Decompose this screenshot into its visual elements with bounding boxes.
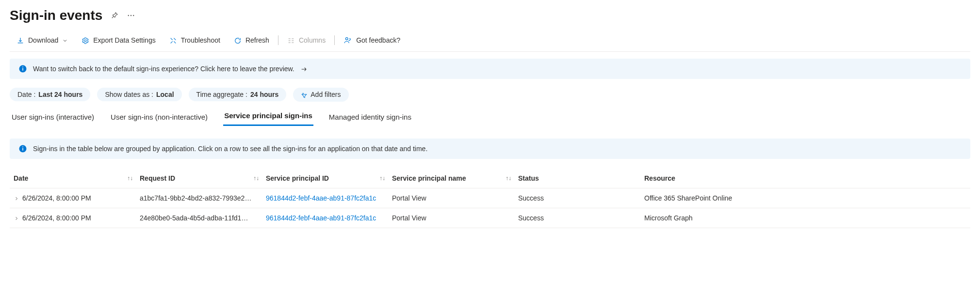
cell-resource: Office 365 SharePoint Online xyxy=(644,194,790,202)
grouping-banner: Sign-ins in the table below are grouped … xyxy=(10,139,970,159)
svg-point-1 xyxy=(131,15,131,16)
download-icon xyxy=(16,36,24,45)
col-status-label: Status xyxy=(518,174,539,182)
filter-timeagg-label: Time aggregate : xyxy=(196,91,247,98)
add-filters-button[interactable]: Add filters xyxy=(293,88,348,101)
feedback-button[interactable]: Got feedback? xyxy=(337,34,407,46)
tab-service-principal[interactable]: Service principal sign-ins xyxy=(223,108,313,126)
troubleshoot-label: Troubleshoot xyxy=(181,36,220,44)
grouping-banner-text: Sign-ins in the table below are grouped … xyxy=(33,145,427,153)
col-status[interactable]: Status xyxy=(518,174,644,182)
svg-rect-6 xyxy=(22,68,23,71)
svg-rect-10 xyxy=(22,146,23,147)
feedback-icon xyxy=(343,36,352,45)
table-row[interactable]: 6/26/2024, 8:00:00 PM a1bc7fa1-9bb2-4bd2… xyxy=(10,188,970,208)
cell-sp-id[interactable]: 961844d2-febf-4aae-ab91-87fc2fa1c xyxy=(266,214,392,222)
columns-label: Columns xyxy=(299,36,326,44)
download-label: Download xyxy=(28,36,58,44)
cell-status: Success xyxy=(518,214,644,222)
cell-date: 6/26/2024, 8:00:00 PM xyxy=(22,194,91,202)
svg-point-2 xyxy=(133,15,134,16)
table-header: Date ↑↓ Request ID ↑↓ Service principal … xyxy=(10,170,970,188)
feedback-label: Got feedback? xyxy=(356,36,400,44)
cell-sp-name: Portal View xyxy=(392,214,518,222)
tabs: User sign-ins (interactive) User sign-in… xyxy=(10,108,970,126)
info-icon xyxy=(18,64,27,73)
cell-status: Success xyxy=(518,194,644,202)
columns-button: Columns xyxy=(280,34,332,46)
table-row[interactable]: 6/26/2024, 8:00:00 PM 24e80be0-5ada-4b5d… xyxy=(10,208,970,228)
cell-date: 6/26/2024, 8:00:00 PM xyxy=(22,214,91,222)
col-request-id[interactable]: Request ID ↑↓ xyxy=(140,174,266,182)
filter-dates-as-value: Local xyxy=(156,91,174,98)
info-icon xyxy=(18,144,27,153)
tab-user-interactive[interactable]: User sign-ins (interactive) xyxy=(11,110,95,126)
filter-icon xyxy=(301,91,308,98)
filter-date-value: Last 24 hours xyxy=(38,91,82,98)
sort-icon: ↑↓ xyxy=(379,175,385,182)
filter-date-label: Date : xyxy=(17,91,35,98)
col-date-label: Date xyxy=(14,174,28,182)
sort-icon: ↑↓ xyxy=(506,175,511,182)
add-filters-label: Add filters xyxy=(310,91,341,98)
svg-rect-9 xyxy=(22,148,23,150)
filter-date[interactable]: Date : Last 24 hours xyxy=(10,88,90,101)
filter-time-aggregate[interactable]: Time aggregate : 24 hours xyxy=(189,88,287,101)
filter-timeagg-value: 24 hours xyxy=(250,91,278,98)
troubleshoot-button[interactable]: Troubleshoot xyxy=(163,34,227,46)
cell-request-id: 24e80be0-5ada-4b5d-adba-11fd1… xyxy=(140,214,266,222)
svg-point-0 xyxy=(128,15,129,16)
col-resource-label: Resource xyxy=(644,174,675,182)
gear-icon xyxy=(82,36,89,45)
preview-banner[interactable]: Want to switch back to the default sign-… xyxy=(10,59,970,79)
columns-icon xyxy=(287,36,295,45)
pin-icon[interactable] xyxy=(110,11,119,20)
chevron-right-icon xyxy=(14,214,19,222)
toolbar-separator xyxy=(278,35,278,45)
chevron-down-icon xyxy=(62,36,68,44)
col-resource[interactable]: Resource xyxy=(644,174,790,182)
tab-managed-identity[interactable]: Managed identity sign-ins xyxy=(328,110,412,126)
col-date[interactable]: Date ↑↓ xyxy=(14,174,140,182)
chevron-right-icon xyxy=(14,194,19,202)
preview-banner-text: Want to switch back to the default sign-… xyxy=(33,65,294,73)
cell-resource: Microsoft Graph xyxy=(644,214,790,222)
svg-point-4 xyxy=(346,38,348,40)
toolbar-separator xyxy=(334,35,335,45)
page-title: Sign-in events xyxy=(10,8,102,23)
col-sp-name-label: Service principal name xyxy=(392,174,466,182)
refresh-button[interactable]: Refresh xyxy=(227,34,276,46)
toolbar: Download Export Data Settings Troublesho… xyxy=(10,34,970,52)
refresh-label: Refresh xyxy=(245,36,269,44)
col-sp-name[interactable]: Service principal name ↑↓ xyxy=(392,174,518,182)
signins-table: Date ↑↓ Request ID ↑↓ Service principal … xyxy=(10,170,970,228)
filter-dates-as-label: Show dates as : xyxy=(105,91,153,98)
col-sp-id-label: Service principal ID xyxy=(266,174,329,182)
tools-icon xyxy=(169,36,177,45)
download-button[interactable]: Download xyxy=(10,34,75,46)
col-sp-id[interactable]: Service principal ID ↑↓ xyxy=(266,174,392,182)
filter-dates-as[interactable]: Show dates as : Local xyxy=(97,88,181,101)
svg-point-3 xyxy=(84,40,86,42)
col-request-id-label: Request ID xyxy=(140,174,175,182)
arrow-right-icon xyxy=(300,65,308,73)
filter-row: Date : Last 24 hours Show dates as : Loc… xyxy=(10,88,970,101)
tab-user-noninteractive[interactable]: User sign-ins (non-interactive) xyxy=(110,110,209,126)
svg-rect-7 xyxy=(22,67,23,68)
cell-sp-id[interactable]: 961844d2-febf-4aae-ab91-87fc2fa1c xyxy=(266,194,392,202)
cell-sp-name: Portal View xyxy=(392,194,518,202)
cell-request-id: a1bc7fa1-9bb2-4bd2-a832-7993e2… xyxy=(140,194,266,202)
more-icon[interactable] xyxy=(127,11,135,20)
sort-icon: ↑↓ xyxy=(253,175,259,182)
sort-icon: ↑↓ xyxy=(127,175,133,182)
refresh-icon xyxy=(234,36,242,45)
export-label: Export Data Settings xyxy=(93,36,155,44)
export-settings-button[interactable]: Export Data Settings xyxy=(75,34,162,46)
